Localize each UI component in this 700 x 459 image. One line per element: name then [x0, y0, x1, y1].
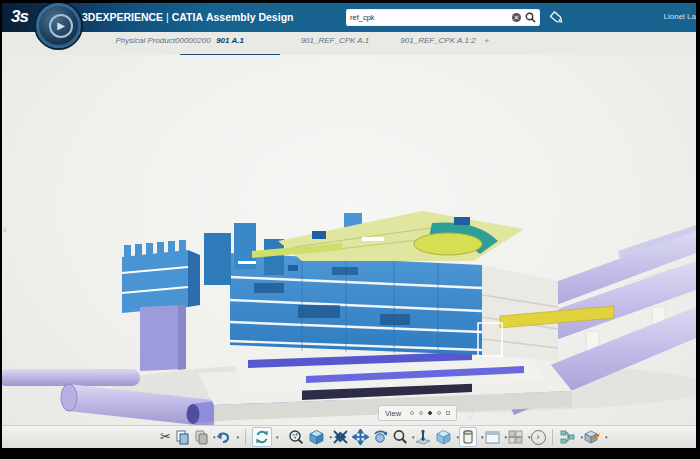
quad-view-icon[interactable] — [507, 429, 524, 445]
search-box[interactable]: ✕ — [346, 9, 540, 26]
undo-icon[interactable] — [215, 429, 232, 445]
undo-dropdown-icon[interactable]: ▾ — [236, 434, 239, 440]
3dexperience-compass-icon[interactable]: ▶ — [36, 3, 81, 48]
section-dot[interactable] — [437, 411, 441, 415]
tab-901-ref-cpk[interactable]: 901_REF_CPK A.1 — [290, 36, 380, 52]
fit-all-icon[interactable] — [332, 429, 349, 445]
copy-icon[interactable] — [174, 429, 190, 445]
section-dot[interactable] — [419, 411, 423, 415]
tag-icon[interactable] — [548, 10, 566, 26]
app-title: 3DEXPERIENCE | CATIA Assembly Design — [82, 11, 293, 23]
toolbar-separator — [552, 429, 553, 445]
update-icon[interactable] — [252, 427, 272, 447]
normal-view-icon[interactable] — [414, 429, 432, 445]
paste-icon[interactable] — [193, 429, 209, 445]
application-window: 3s 3DEXPERIENCE | CATIA Assembly Design … — [0, 0, 700, 459]
app-title-workbench: Assembly Design — [206, 11, 294, 23]
clear-icon[interactable]: ✕ — [512, 13, 521, 22]
toolbar-separator — [245, 429, 246, 445]
exit-iso-icon[interactable] — [583, 429, 601, 445]
pan-icon[interactable] — [352, 429, 369, 445]
update-dropdown-icon[interactable]: ▾ — [276, 434, 279, 440]
iso-cube-icon[interactable] — [308, 429, 325, 445]
search-input[interactable] — [346, 13, 512, 22]
exit-dropdown-icon[interactable]: ▾ — [605, 434, 608, 440]
action-bar: ✂ ▾ — [2, 425, 696, 448]
3d-model[interactable] — [2, 55, 696, 425]
expand-more-icon[interactable]: › — [531, 430, 546, 445]
add-tab-button[interactable]: + — [484, 36, 489, 46]
window-icon[interactable] — [484, 429, 501, 445]
app-title-experience: 3DEXPERIENCE — [82, 11, 163, 23]
dassault-3ds-logo-icon: 3s — [11, 7, 28, 27]
view-section-indicator[interactable]: View — [378, 405, 457, 421]
tab-label: 901_REF_CPK A.1:2 — [400, 36, 475, 45]
render-style-icon[interactable] — [459, 427, 477, 447]
3d-viewport[interactable]: › — [2, 55, 696, 448]
app-title-separator: | — [166, 11, 169, 23]
tab-label: 901_REF_CPK A.1 — [301, 36, 370, 45]
rotate-icon[interactable] — [372, 429, 389, 445]
tab-901[interactable]: 901 A.1 — [194, 36, 266, 52]
zoom-gear-icon[interactable] — [288, 429, 305, 445]
tab-901-ref-cpk-2[interactable]: 901_REF_CPK A.1:2 — [390, 36, 486, 52]
shaded-cube-icon[interactable] — [435, 429, 452, 445]
search-icon[interactable] — [525, 12, 536, 23]
section-dot[interactable] — [410, 411, 414, 415]
magnifier-icon[interactable] — [392, 429, 408, 445]
tab-label: 901 A.1 — [216, 36, 244, 45]
section-dot[interactable] — [446, 411, 450, 415]
section-dot-active[interactable] — [428, 411, 432, 415]
cut-icon[interactable]: ✂ — [160, 429, 171, 445]
tab-bar: Physical Product00000200 901 A.1 901_REF… — [2, 32, 696, 56]
compass-play-icon: ▶ — [49, 14, 73, 38]
view-pill-label: View — [385, 409, 401, 418]
app-title-app: CATIA — [172, 11, 203, 23]
app-frame: 3s 3DEXPERIENCE | CATIA Assembly Design … — [2, 3, 696, 448]
tree-structure-icon[interactable] — [559, 429, 577, 445]
user-name[interactable]: Lionel La — [664, 12, 696, 21]
favorites-heart-icon[interactable]: ♡ — [464, 408, 475, 422]
top-bar: 3s 3DEXPERIENCE | CATIA Assembly Design … — [2, 3, 696, 32]
